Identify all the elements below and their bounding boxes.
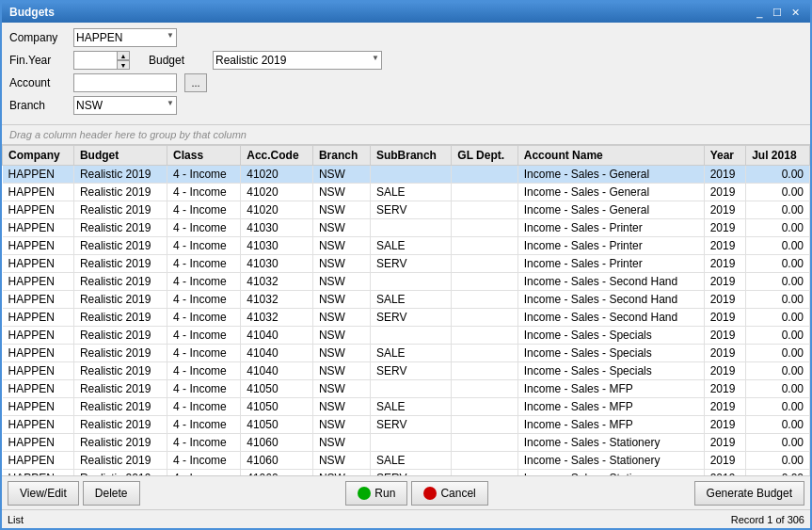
table-row[interactable]: HAPPENRealistic 20194 - Income41032NSWSA… (3, 291, 810, 309)
table-cell: NSW (312, 398, 370, 416)
table-row[interactable]: HAPPENRealistic 20194 - Income41040NSWSA… (3, 345, 810, 362)
status-record: Record 1 of 306 (731, 514, 804, 525)
table-cell: 41030 (241, 237, 313, 255)
col-class[interactable]: Class (167, 146, 241, 166)
table-row[interactable]: HAPPENRealistic 20194 - Income41050NSWIn… (3, 380, 810, 398)
generate-budget-button[interactable]: Generate Budget (694, 481, 804, 506)
table-cell: Realistic 2019 (73, 255, 167, 273)
table-cell: 0.00 (746, 398, 810, 416)
table-cell: 0.00 (746, 166, 810, 184)
year-down-button[interactable]: ▼ (117, 60, 130, 70)
table-cell: Realistic 2019 (73, 201, 167, 219)
run-icon (358, 487, 371, 500)
drag-hint: Drag a column header here to group by th… (2, 125, 810, 145)
minimize-button[interactable]: ⎯ (754, 7, 766, 19)
table-cell: Realistic 2019 (73, 237, 167, 255)
table-cell (452, 416, 517, 434)
table-cell: NSW (312, 219, 370, 237)
col-acccode[interactable]: Acc.Code (241, 146, 313, 166)
budget-select[interactable]: Realistic 2019 (213, 51, 382, 70)
table-cell: HAPPEN (3, 291, 74, 309)
col-accountname[interactable]: Account Name (517, 146, 704, 166)
finyear-label: Fin.Year (9, 54, 66, 67)
cancel-button[interactable]: Cancel (411, 481, 487, 506)
col-jul2018[interactable]: Jul 2018 (746, 146, 810, 166)
table-row[interactable]: HAPPENRealistic 20194 - Income41040NSWIn… (3, 327, 810, 345)
table-cell (452, 237, 517, 255)
table-cell: HAPPEN (3, 345, 74, 362)
table-cell: Income - Sales - Specials (517, 327, 704, 345)
form-row-branch: Branch NSW (9, 96, 803, 115)
table-cell: 4 - Income (167, 273, 241, 291)
table-cell (370, 219, 451, 237)
table-cell: NSW (312, 362, 370, 380)
col-subbranch[interactable]: SubBranch (370, 146, 451, 166)
budget-label: Budget (149, 54, 205, 67)
table-cell: 4 - Income (167, 201, 241, 219)
table-row[interactable]: HAPPENRealistic 20194 - Income41020NSWIn… (3, 166, 810, 184)
table-cell: 0.00 (746, 452, 810, 470)
table-row[interactable]: HAPPENRealistic 20194 - Income41060NSWIn… (3, 434, 810, 452)
table-cell: HAPPEN (3, 452, 74, 470)
year-up-button[interactable]: ▲ (117, 51, 130, 60)
table-cell: 2019 (704, 201, 746, 219)
table-cell (452, 201, 517, 219)
table-cell: NSW (312, 380, 370, 398)
table-row[interactable]: HAPPENRealistic 20194 - Income41040NSWSE… (3, 362, 810, 380)
table-row[interactable]: HAPPENRealistic 20194 - Income41020NSWSE… (3, 201, 810, 219)
table-row[interactable]: HAPPENRealistic 20194 - Income41032NSWIn… (3, 273, 810, 291)
table-container[interactable]: Company Budget Class Acc.Code Branch Sub… (2, 145, 810, 475)
col-branch[interactable]: Branch (312, 146, 370, 166)
table-row[interactable]: HAPPENRealistic 20194 - Income41050NSWSE… (3, 416, 810, 434)
table-cell: NSW (312, 255, 370, 273)
cancel-icon (423, 487, 437, 500)
branch-select[interactable]: NSW (73, 96, 177, 115)
year-wrapper: 2019 ▲ ▼ (73, 51, 130, 70)
table-cell: 4 - Income (167, 452, 241, 470)
table-cell: 2019 (704, 380, 746, 398)
table-cell (452, 434, 517, 452)
run-button[interactable]: Run (345, 481, 407, 506)
account-input[interactable] (73, 73, 177, 92)
table-cell: SALE (370, 345, 451, 362)
col-company[interactable]: Company (3, 146, 74, 166)
table-row[interactable]: HAPPENRealistic 20194 - Income41032NSWSE… (3, 309, 810, 327)
table-cell (452, 380, 517, 398)
table-row[interactable]: HAPPENRealistic 20194 - Income41030NSWIn… (3, 219, 810, 237)
table-row[interactable]: HAPPENRealistic 20194 - Income41050NSWSA… (3, 398, 810, 416)
table-cell (370, 273, 451, 291)
restore-button[interactable]: ☐ (770, 7, 785, 19)
table-cell: 41050 (241, 380, 313, 398)
view-edit-button[interactable]: View/Edit (8, 481, 79, 506)
company-select[interactable]: HAPPEN (73, 28, 177, 47)
table-cell: 4 - Income (167, 309, 241, 327)
account-dots-button[interactable]: ... (184, 73, 207, 92)
col-year[interactable]: Year (704, 146, 746, 166)
table-row[interactable]: HAPPENRealistic 20194 - Income41020NSWSA… (3, 184, 810, 201)
table-cell: 0.00 (746, 255, 810, 273)
close-button[interactable]: ✕ (788, 7, 803, 19)
branch-select-wrapper: NSW (73, 96, 177, 115)
table-cell: 4 - Income (167, 291, 241, 309)
table-cell: 2019 (704, 345, 746, 362)
table-cell: NSW (312, 416, 370, 434)
table-cell: 41020 (241, 201, 313, 219)
col-budget[interactable]: Budget (73, 146, 167, 166)
col-gldept[interactable]: GL Dept. (452, 146, 517, 166)
table-row[interactable]: HAPPENRealistic 20194 - Income41030NSWSE… (3, 255, 810, 273)
table-cell: SERV (370, 362, 451, 380)
table-cell: Income - Sales - MFP (517, 416, 704, 434)
table-row[interactable]: HAPPENRealistic 20194 - Income41060NSWSA… (3, 452, 810, 470)
table-cell (452, 291, 517, 309)
table-cell: Income - Sales - General (517, 166, 704, 184)
table-row[interactable]: HAPPENRealistic 20194 - Income41030NSWSA… (3, 237, 810, 255)
delete-button[interactable]: Delete (83, 481, 140, 506)
table-cell: Realistic 2019 (73, 452, 167, 470)
table-cell: HAPPEN (3, 327, 74, 345)
table-header-row: Company Budget Class Acc.Code Branch Sub… (3, 146, 810, 166)
account-label: Account (9, 76, 66, 89)
status-bar: List Record 1 of 306 (2, 509, 810, 528)
table-cell: 41030 (241, 255, 313, 273)
title-bar: Budgets ⎯ ☐ ✕ (2, 2, 810, 23)
table-cell: 41050 (241, 398, 313, 416)
